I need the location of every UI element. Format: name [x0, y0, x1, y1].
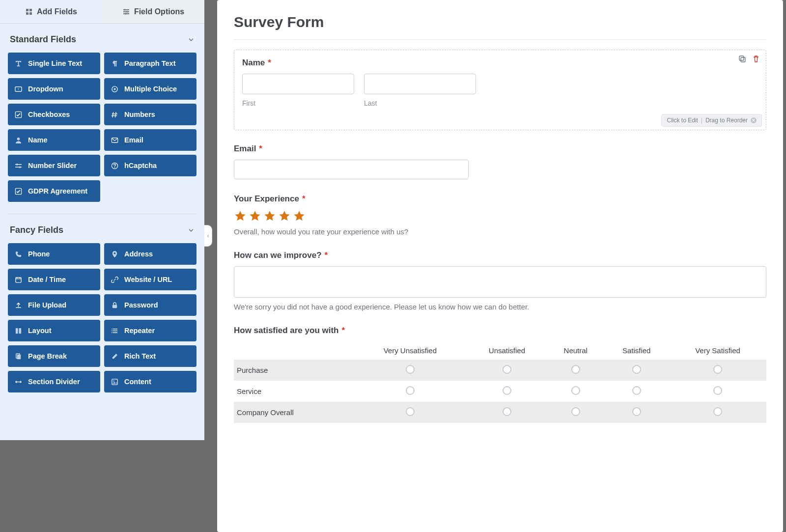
field-label: Name *: [242, 58, 648, 68]
star-icon[interactable]: [249, 210, 261, 223]
pages-icon: [15, 353, 22, 360]
section-header-standard[interactable]: Standard Fields: [8, 24, 196, 47]
field-type-rich-text[interactable]: Rich Text: [104, 345, 196, 367]
field-type-date-time[interactable]: Date / Time: [8, 269, 100, 290]
star-rating[interactable]: [234, 210, 648, 223]
field-label-text: How can we improve?: [234, 251, 322, 260]
panel-collapse-toggle[interactable]: ‹: [204, 225, 212, 247]
chevron-left-icon: ‹: [207, 232, 209, 239]
field-type-dropdown[interactable]: Dropdown: [8, 78, 100, 100]
calendar-icon: [15, 276, 22, 283]
star-icon[interactable]: [263, 210, 276, 223]
user-icon: [15, 137, 22, 144]
lock-icon: [111, 302, 118, 309]
field-type-label: Layout: [28, 327, 52, 335]
field-type-paragraph-text[interactable]: Paragraph Text: [104, 53, 196, 74]
field-type-website-url[interactable]: Website / URL: [104, 269, 196, 290]
field-type-phone[interactable]: Phone: [8, 243, 100, 265]
field-label-text: Email: [234, 144, 256, 154]
last-name-input[interactable]: [364, 74, 476, 94]
sidebar-tabs: Add Fields Field Options: [0, 0, 204, 24]
star-icon[interactable]: [234, 210, 247, 223]
improve-textarea[interactable]: [234, 266, 648, 298]
field-type-email[interactable]: Email: [104, 129, 196, 151]
sliders-icon: [122, 8, 130, 16]
section-header-fancy[interactable]: Fancy Fields: [8, 214, 196, 237]
likert-row: Service: [234, 381, 648, 402]
required-indicator: *: [302, 194, 306, 204]
field-type-number-slider[interactable]: Number Slider: [8, 155, 100, 176]
field-type-hcaptcha[interactable]: hCaptcha: [104, 155, 196, 176]
field-type-label: Rich Text: [124, 352, 156, 360]
form-field-name[interactable]: Name * First Last Click to Edit | Drag t…: [234, 50, 648, 130]
form-field-improve[interactable]: How can we improve? * We're sorry you di…: [234, 251, 648, 311]
grid-icon: [25, 8, 33, 16]
field-type-label: Single Line Text: [28, 59, 82, 67]
field-type-label: GDPR Agreement: [28, 187, 87, 195]
field-type-password[interactable]: Password: [104, 294, 196, 316]
field-type-page-break[interactable]: Page Break: [8, 345, 100, 367]
fancy-fields-grid: PhoneAddressDate / TimeWebsite / URLFile…: [8, 237, 196, 392]
likert-radio[interactable]: [406, 407, 415, 416]
likert-row: Company Overall: [234, 402, 648, 423]
likert-radio[interactable]: [632, 386, 641, 395]
field-type-label: Checkboxes: [28, 111, 70, 118]
form-field-email[interactable]: Email *: [234, 144, 648, 179]
tab-add-fields[interactable]: Add Fields: [0, 0, 102, 23]
required-indicator: *: [259, 144, 262, 154]
field-type-name[interactable]: Name: [8, 129, 100, 151]
likert-radio[interactable]: [571, 407, 580, 416]
section-header-label: Standard Fields: [10, 34, 76, 45]
field-type-address[interactable]: Address: [104, 243, 196, 265]
field-type-section-divider[interactable]: Section Divider: [8, 371, 100, 392]
link-icon: [111, 276, 118, 283]
tab-field-options[interactable]: Field Options: [102, 0, 204, 23]
star-icon[interactable]: [278, 210, 291, 223]
likert-radio[interactable]: [406, 386, 415, 395]
likert-radio[interactable]: [632, 365, 641, 374]
field-label-text: Name: [242, 58, 265, 68]
field-type-label: Content: [124, 378, 151, 386]
form-field-likert[interactable]: How satisfied are you with * Very Unsati…: [234, 326, 648, 423]
required-indicator: *: [342, 326, 345, 336]
likert-radio[interactable]: [503, 407, 511, 416]
edit-icon: [111, 353, 118, 360]
field-label-text: Your Experience: [234, 194, 299, 204]
sidebar-scroll[interactable]: Standard Fields Single Line TextParagrap…: [0, 24, 204, 440]
field-type-label: Number Slider: [28, 162, 77, 169]
likert-radio[interactable]: [632, 407, 641, 416]
likert-radio[interactable]: [503, 365, 511, 374]
field-type-multiple-choice[interactable]: Multiple Choice: [104, 78, 196, 100]
likert-radio[interactable]: [571, 386, 580, 395]
field-type-label: Phone: [28, 250, 50, 258]
field-type-label: Name: [28, 136, 48, 144]
likert-radio[interactable]: [406, 365, 415, 374]
likert-column-header: Very Unsatisfied: [354, 341, 467, 360]
form-field-experience[interactable]: Your Experience * Overall, how would you…: [234, 194, 648, 236]
field-type-numbers[interactable]: Numbers: [104, 104, 196, 125]
form-title[interactable]: Survey Form: [234, 14, 648, 40]
likert-column-header: Satisfied: [604, 341, 648, 360]
tab-add-fields-label: Add Fields: [37, 7, 77, 16]
form-canvas: Survey Form Name * First Last: [217, 0, 648, 440]
check-icon: [15, 188, 22, 195]
field-type-layout[interactable]: Layout: [8, 320, 100, 341]
field-helper: We're sorry you did not have a good expe…: [234, 303, 648, 311]
likert-radio[interactable]: [503, 386, 511, 395]
field-type-repeater[interactable]: Repeater: [104, 320, 196, 341]
star-icon[interactable]: [293, 210, 306, 223]
field-type-label: Section Divider: [28, 378, 80, 386]
slider-icon: [15, 162, 22, 169]
chevron-down-icon: [188, 227, 195, 234]
first-name-input[interactable]: [242, 74, 354, 94]
field-type-label: File Upload: [28, 301, 66, 309]
list-icon: [111, 327, 118, 335]
field-type-gdpr-agreement[interactable]: GDPR Agreement: [8, 180, 100, 202]
email-input[interactable]: [234, 160, 469, 179]
field-type-content[interactable]: Content: [104, 371, 196, 392]
field-type-single-line-text[interactable]: Single Line Text: [8, 53, 100, 74]
field-type-file-upload[interactable]: File Upload: [8, 294, 100, 316]
last-name-sublabel: Last: [364, 99, 476, 107]
field-type-checkboxes[interactable]: Checkboxes: [8, 104, 100, 125]
likert-radio[interactable]: [571, 365, 580, 374]
